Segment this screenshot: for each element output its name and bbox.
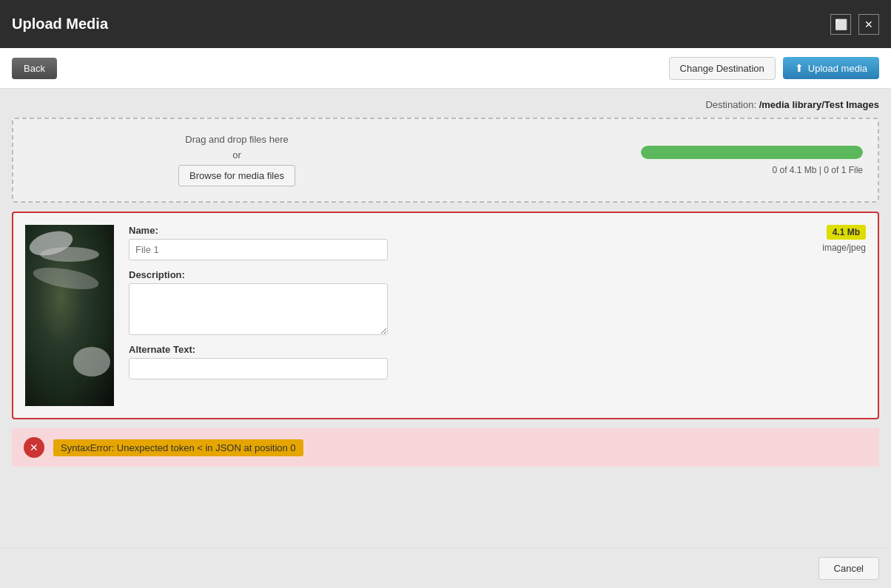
browse-button[interactable]: Browse for media files <box>178 165 295 186</box>
name-input[interactable] <box>129 239 388 260</box>
alt-text-label: Alternate Text: <box>129 344 777 355</box>
destination-bar: Destination: /media library/Test Images <box>12 99 879 110</box>
name-group: Name: <box>129 225 777 260</box>
upload-media-label: Upload media <box>808 63 867 74</box>
window-controls: ⬜ ✕ <box>830 14 879 35</box>
name-label: Name: <box>129 225 777 236</box>
upload-icon: ⬆ <box>795 62 804 74</box>
error-close-button[interactable]: ✕ <box>24 437 44 458</box>
progress-text: 0 of 4.1 Mb | 0 of 1 File <box>772 165 863 175</box>
destination-label: Destination: <box>705 99 756 110</box>
earth-thumbnail <box>25 225 114 406</box>
file-preview <box>25 225 114 406</box>
file-size-badge: 4.1 Mb <box>827 225 866 240</box>
destination-path: /media library/Test Images <box>759 99 879 110</box>
file-type: image/jpeg <box>822 243 866 253</box>
alt-text-group: Alternate Text: <box>129 344 777 379</box>
main-content: Destination: /media library/Test Images … <box>0 89 891 547</box>
upload-media-button[interactable]: ⬆ Upload media <box>783 57 879 79</box>
file-meta: 4.1 Mb image/jpeg <box>792 225 866 253</box>
cloud-decoration-4 <box>73 347 110 376</box>
description-group: Description: <box>129 269 777 335</box>
description-textarea[interactable] <box>129 283 388 335</box>
cloud-decoration-2 <box>40 247 99 262</box>
toolbar: Back Change Destination ⬆ Upload media <box>0 48 891 89</box>
maximize-button[interactable]: ⬜ <box>830 14 851 35</box>
drop-zone-left: Drag and drop files here or Browse for m… <box>28 134 446 186</box>
back-button[interactable]: Back <box>12 58 57 79</box>
title-bar: Upload Media ⬜ ✕ <box>0 0 891 48</box>
cloud-decoration-3 <box>32 263 101 293</box>
drag-drop-text: Drag and drop files here <box>185 134 288 145</box>
footer: Cancel <box>0 547 891 588</box>
error-bar: ✕ SyntaxError: Unexpected token < in JSO… <box>12 428 879 467</box>
description-label: Description: <box>129 269 777 280</box>
progress-bar-fill <box>641 146 863 159</box>
alt-text-input[interactable] <box>129 358 388 379</box>
error-message: SyntaxError: Unexpected token < in JSON … <box>53 439 303 456</box>
file-form: Name: Description: Alternate Text: <box>129 225 777 379</box>
file-card: Name: Description: Alternate Text: 4.1 M… <box>12 212 879 419</box>
close-button[interactable]: ✕ <box>858 14 879 35</box>
cancel-button[interactable]: Cancel <box>818 557 879 580</box>
or-text: or <box>232 149 241 160</box>
drop-zone: Drag and drop files here or Browse for m… <box>12 118 879 203</box>
toolbar-right-actions: Change Destination ⬆ Upload media <box>669 57 879 80</box>
progress-bar-container <box>641 146 863 159</box>
drop-zone-right: 0 of 4.1 Mb | 0 of 1 File <box>446 146 863 175</box>
page-title: Upload Media <box>12 16 108 33</box>
change-destination-button[interactable]: Change Destination <box>669 57 776 80</box>
